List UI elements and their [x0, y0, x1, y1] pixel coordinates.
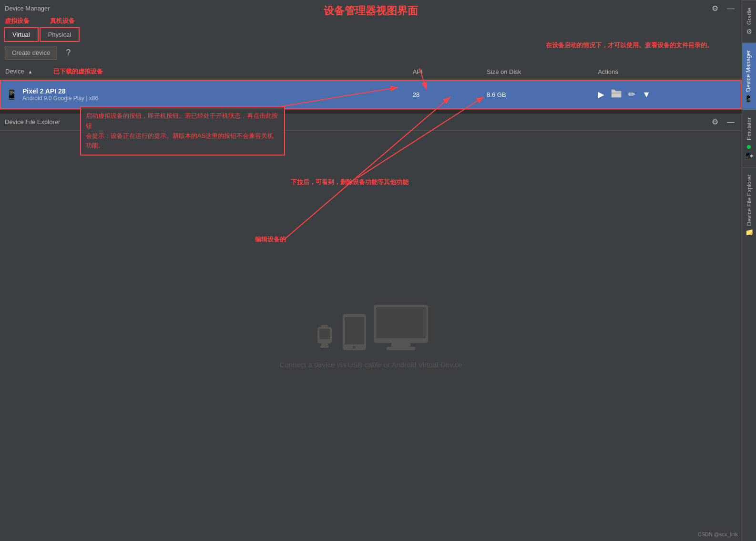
right-sidebar: ⚙ Gradle 📱 Device Manager 📲 Emulator 📁 D… — [742, 0, 756, 541]
device-size: 8.6 GB — [482, 80, 593, 109]
ann-toolbar: 在设备启动的情况下，才可以使用。查看设备的文件目录的。 — [546, 41, 713, 50]
device-manager-label: Device Manager — [745, 50, 752, 92]
device-manager-panel: Device Manager 设备管理器视图界面 ⚙ — 虚拟设备 真机设备 V… — [0, 0, 742, 110]
col-size: Size on Disk — [482, 63, 593, 80]
create-device-button[interactable]: Create device — [5, 46, 57, 60]
watch-icon — [313, 323, 337, 351]
svg-point-14 — [353, 346, 356, 349]
device-name: Pixel 2 API 28 — [22, 87, 98, 95]
fe-body: Connect a device via USB cable or Androi… — [0, 131, 742, 541]
device-phone-icon: 📱 — [6, 89, 18, 100]
dm-header: Device Manager 设备管理器视图界面 ⚙ — — [0, 0, 742, 17]
device-row: 📱 Pixel 2 API 28 Android 9.0 Google Play… — [0, 80, 741, 109]
svg-rect-18 — [387, 347, 415, 350]
play-icon[interactable]: ▶ — [598, 89, 604, 100]
settings-icon-btn[interactable]: ⚙ — [709, 3, 721, 14]
toolbar-row: Create device ? 在设备启动的情况下，才可以使用。查看设备的文件目… — [0, 42, 742, 63]
device-subtitle: Android 9.0 Google Play | x86 — [22, 95, 98, 102]
folder-icon[interactable] — [611, 89, 622, 100]
fe-header-icons: ⚙ — — [709, 116, 737, 127]
emulator-sidebar-icon: 📲 — [746, 152, 753, 160]
device-table: Device ▲ 已下载的虚拟设备 API Size on Disk — [0, 63, 742, 109]
tabs-row: Virtual Physical — [0, 27, 742, 42]
table-header-row: Device ▲ 已下载的虚拟设备 API Size on Disk — [0, 63, 741, 80]
help-button[interactable]: ? — [62, 47, 74, 59]
annotation-title: 设备管理器视图界面 — [324, 4, 418, 18]
col-actions: Actions — [593, 63, 741, 80]
tab-virtual[interactable]: Virtual — [4, 27, 39, 42]
ann-downloaded: 已下载的虚拟设备 — [53, 68, 103, 75]
device-name-cell: 📱 Pixel 2 API 28 Android 9.0 Google Play… — [0, 80, 408, 109]
svg-rect-16 — [376, 307, 426, 338]
sidebar-tab-gradle[interactable]: ⚙ Gradle — [742, 0, 756, 42]
sidebar-tab-emulator[interactable]: 📲 Emulator — [742, 110, 756, 167]
fe-minimize-btn[interactable]: — — [725, 117, 737, 127]
gradle-icon: ⚙ — [746, 28, 753, 35]
ann-physical-label: 真机设备 — [50, 17, 75, 25]
tab-physical[interactable]: Physical — [40, 27, 80, 42]
file-explorer-sidebar-icon: 📁 — [746, 229, 753, 237]
col-device: Device ▲ 已下载的虚拟设备 — [0, 63, 408, 80]
col-api: API — [408, 63, 482, 80]
dm-header-actions: ⚙ — — [709, 3, 737, 14]
fe-settings-btn[interactable]: ⚙ — [709, 116, 721, 127]
svg-rect-17 — [391, 343, 410, 347]
svg-marker-0 — [612, 90, 621, 97]
emulator-status-dot — [747, 145, 751, 149]
device-manager-sidebar-icon: 📱 — [745, 94, 752, 103]
fe-bottom-text: Connect a device via USB cable or Androi… — [270, 361, 471, 369]
dm-panel-title: Device Manager — [5, 5, 50, 12]
watermark: CSDN @scx_link — [697, 531, 738, 537]
fe-header: Device File Explorer ⚙ — — [0, 114, 742, 131]
emulator-label: Emulator — [746, 117, 753, 140]
sort-icon: ▲ — [28, 69, 32, 74]
svg-rect-13 — [345, 317, 364, 344]
fe-title: Device File Explorer — [5, 118, 60, 125]
tab-physical-label: Physical — [48, 31, 71, 38]
file-explorer-panel: Device File Explorer ⚙ — — [0, 114, 742, 541]
table-wrapper: Device ▲ 已下载的虚拟设备 API Size on Disk — [0, 63, 742, 109]
tab-virtual-label: Virtual — [12, 31, 30, 38]
ann-virtual-label: 虚拟设备 — [5, 17, 30, 25]
sidebar-tab-device-manager[interactable]: 📱 Device Manager — [742, 42, 756, 110]
monitor-icon — [372, 303, 429, 351]
gradle-label: Gradle — [746, 8, 753, 25]
minimize-icon-btn[interactable]: — — [725, 3, 737, 14]
tablet-icon — [341, 313, 368, 351]
device-actions: ▶ ✏ ▼ — [593, 80, 741, 109]
sidebar-tab-file-explorer[interactable]: 📁 Device File Explorer — [742, 167, 756, 244]
device-api: 28 — [408, 80, 482, 109]
dropdown-arrow-icon[interactable]: ▼ — [642, 90, 651, 100]
svg-rect-11 — [320, 345, 329, 348]
tabs-annotation-wrapper: 虚拟设备 真机设备 Virtual Physical — [0, 17, 742, 42]
svg-rect-10 — [321, 343, 328, 345]
svg-rect-7 — [321, 325, 328, 327]
edit-pencil-icon[interactable]: ✏ — [628, 89, 635, 100]
svg-rect-9 — [319, 329, 330, 339]
device-illustration — [313, 303, 429, 351]
file-explorer-sidebar-label: Device File Explorer — [746, 175, 753, 226]
